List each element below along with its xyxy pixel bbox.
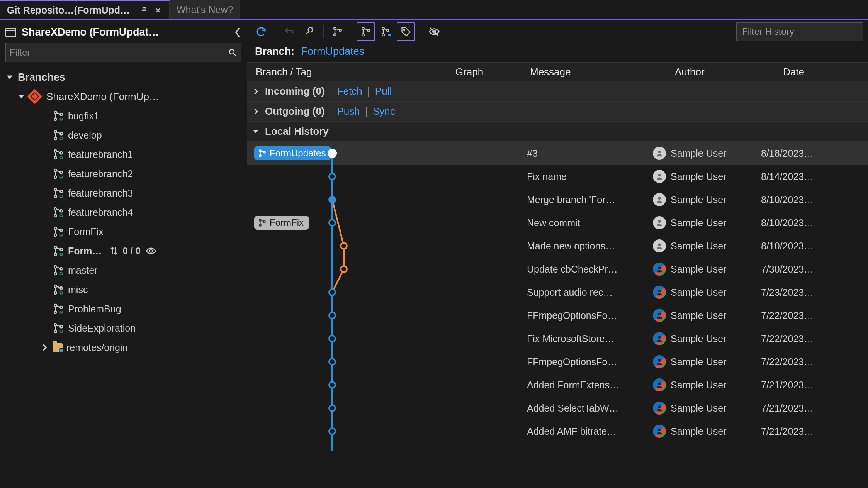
svg-point-53 — [334, 34, 336, 36]
branch-label: master — [68, 265, 97, 276]
branch-label: featurebranch3 — [68, 188, 133, 199]
graph-node — [328, 427, 336, 435]
svg-point-23 — [54, 215, 56, 217]
watch-icon[interactable] — [145, 247, 157, 255]
svg-point-43 — [54, 304, 56, 307]
graph-node — [328, 335, 336, 342]
svg-point-62 — [404, 29, 405, 31]
filter-history-input[interactable] — [742, 26, 858, 37]
commit-graph-cell — [371, 142, 525, 165]
caret-down-icon — [17, 93, 25, 100]
col-date[interactable]: Date — [783, 66, 868, 78]
svg-point-40 — [54, 292, 56, 294]
svg-point-59 — [382, 34, 384, 36]
branch-label: misc — [68, 284, 88, 295]
branch-graph-simple-button[interactable] — [328, 22, 347, 41]
branch-item[interactable]: SideExploration — [5, 319, 241, 338]
toolbar-separator — [275, 25, 275, 38]
git-logo-icon — [27, 89, 42, 104]
col-graph[interactable]: Graph — [413, 66, 525, 78]
branch-label: FormFix — [68, 226, 104, 237]
sidebar: ShareXDemo (FormUpdat… Branches — [0, 20, 247, 488]
branch-graph-button[interactable] — [357, 22, 375, 41]
branch-item[interactable]: ProblemBug — [5, 299, 241, 319]
toolbar-separator — [352, 25, 352, 38]
svg-point-28 — [60, 229, 62, 231]
branch-item[interactable]: misc — [5, 280, 241, 299]
back-icon[interactable] — [234, 27, 241, 38]
svg-point-36 — [54, 273, 56, 275]
filter-branches[interactable] — [5, 43, 241, 62]
history-toolbar — [247, 20, 868, 43]
col-author[interactable]: Author — [675, 66, 783, 78]
search-icon[interactable] — [228, 48, 237, 57]
caret-right-icon — [253, 108, 261, 115]
svg-point-48 — [54, 330, 56, 333]
commit-graph-cell — [371, 188, 525, 211]
svg-point-6 — [54, 130, 56, 133]
filter-input[interactable] — [10, 47, 228, 58]
graph-node — [328, 196, 336, 203]
branch-icon — [53, 284, 64, 295]
branch-item[interactable]: develop — [5, 125, 241, 145]
svg-point-22 — [54, 208, 56, 210]
branch-label: bugfix1 — [68, 110, 99, 122]
branch-item[interactable]: featurebranch3 — [5, 183, 241, 203]
branches-section[interactable]: Branches — [5, 68, 241, 87]
tags-button[interactable] — [397, 22, 415, 41]
branch-item[interactable]: master — [5, 261, 241, 280]
branch-label: featurebranch2 — [68, 168, 133, 180]
commit-graph-cell — [371, 258, 525, 281]
undo-button — [280, 22, 299, 41]
branch-label: featurebranch1 — [68, 149, 133, 160]
repo-window-icon — [5, 28, 16, 37]
pin-icon[interactable] — [140, 6, 148, 15]
commit-graph-cell — [371, 373, 525, 396]
fetch-link[interactable]: Fetch — [337, 85, 362, 97]
filter-history[interactable] — [736, 22, 863, 41]
svg-point-2 — [54, 111, 56, 114]
svg-point-31 — [54, 253, 56, 256]
svg-point-39 — [54, 285, 56, 287]
sync-link[interactable]: Sync — [373, 105, 395, 117]
local-history-section[interactable]: Local History — [247, 122, 868, 142]
commit-graph-cell — [371, 420, 525, 443]
hide-button[interactable] — [425, 22, 443, 41]
branch-icon — [53, 168, 64, 180]
branch-value[interactable]: FormUpdates — [301, 46, 365, 57]
graph-node — [328, 404, 336, 412]
branches-label: Branches — [18, 71, 65, 83]
branch-remote-button[interactable] — [377, 22, 395, 41]
incoming-section[interactable]: Incoming (0) Fetch | Pull — [247, 81, 868, 102]
svg-point-15 — [54, 176, 56, 178]
branch-item[interactable]: featurebranch4 — [5, 203, 241, 222]
commit-graph-cell — [371, 281, 525, 304]
commit-graph-cell — [371, 234, 525, 258]
svg-point-18 — [54, 188, 56, 191]
branch-item[interactable]: featurebranch1 — [5, 145, 241, 164]
remotes-node[interactable]: remotes/origin — [5, 338, 241, 357]
repo-node[interactable]: ShareXDemo (FormUp… — [5, 87, 241, 106]
redo-button[interactable] — [300, 22, 319, 41]
push-link[interactable]: Push — [337, 105, 360, 117]
branch-icon — [53, 149, 64, 160]
pull-link[interactable]: Pull — [375, 85, 392, 97]
outgoing-section[interactable]: Outgoing (0) Push | Sync — [247, 102, 868, 122]
branch-item[interactable]: Form…0 / 0 — [5, 241, 241, 261]
caret-right-icon — [253, 88, 261, 95]
branch-item[interactable]: bugfix1 — [5, 106, 241, 125]
graph-node — [340, 242, 348, 250]
tab-whats-new[interactable]: What's New? — [170, 0, 240, 19]
col-branch[interactable]: Branch / Tag — [247, 66, 413, 78]
branch-label: SideExploration — [68, 323, 136, 334]
col-message[interactable]: Message — [525, 66, 675, 78]
branch-item[interactable]: featurebranch2 — [5, 164, 241, 183]
branch-item[interactable]: FormFix — [5, 222, 241, 241]
branch-icon — [53, 226, 64, 237]
branch-indicator: Branch: FormUpdates — [247, 43, 868, 62]
tab-git-repository[interactable]: Git Reposito…(FormUpdates) — [0, 0, 170, 19]
refresh-button[interactable] — [252, 22, 270, 41]
close-icon[interactable] — [154, 6, 162, 15]
svg-point-52 — [334, 27, 336, 30]
tab-strip: Git Reposito…(FormUpdates) What's New? — [0, 0, 868, 20]
